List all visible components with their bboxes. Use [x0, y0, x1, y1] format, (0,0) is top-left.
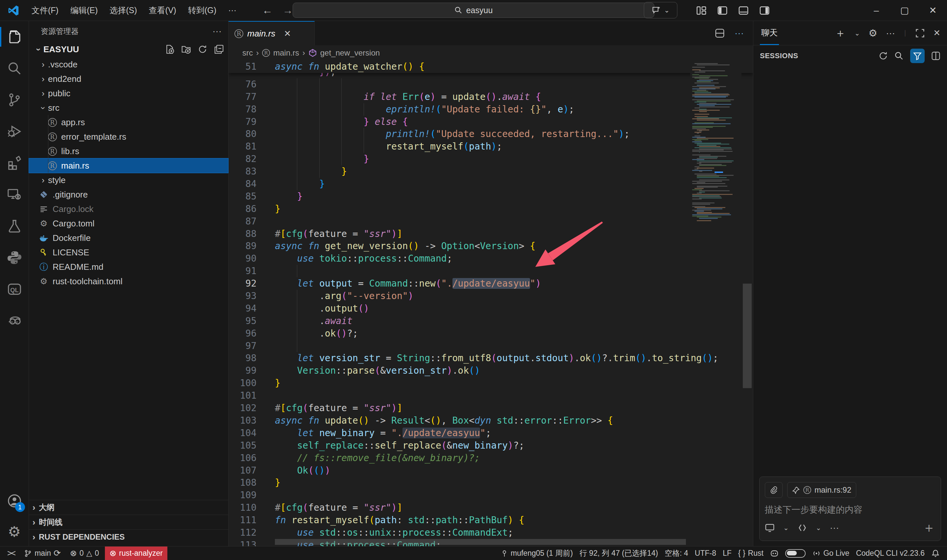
tree-item-README-md[interactable]: ⓘREADME.md [29, 260, 228, 274]
menu-5[interactable]: ··· [222, 3, 242, 17]
cursor-position-item[interactable]: 行 92, 列 47 (已选择14) [576, 546, 661, 560]
activity-crates-icon[interactable] [0, 305, 29, 337]
tree-item--vscode[interactable]: ›.vscode [29, 57, 228, 72]
minimap[interactable] [690, 60, 742, 225]
tree-item-main-rs[interactable]: Rmain.rs [29, 158, 228, 173]
minimize-button[interactable]: – [862, 0, 890, 21]
activity-codeql-icon[interactable]: QL [0, 274, 29, 305]
tree-item--gitignore[interactable]: .gitignore [29, 187, 228, 202]
tree-item-Dockerfile[interactable]: Dockerfile [29, 231, 228, 245]
customize-layout-icon[interactable] [696, 6, 706, 15]
chat-input-box[interactable]: R main.rs:92 描述下一步要构建的内容 ⌄ ⌄ ··· ＋ [759, 477, 941, 541]
command-center-search[interactable]: easyuu [293, 3, 654, 18]
timeline-section[interactable]: ›时间线 [29, 515, 228, 529]
rust-dependencies-section[interactable]: ›RUST DEPENDENCIES [29, 529, 228, 544]
activity-explorer-icon[interactable] [0, 21, 29, 52]
menu-4[interactable]: 转到(G) [182, 3, 222, 17]
attach-button[interactable] [765, 482, 782, 498]
tree-item-error-template-rs[interactable]: Rerror_template.rs [29, 129, 228, 144]
activity-remote-explorer-icon[interactable] [0, 179, 29, 210]
tree-item-app-rs[interactable]: Rapp.rs [29, 115, 228, 129]
activity-extensions-icon[interactable] [0, 147, 29, 179]
activity-run-debug-icon[interactable] [0, 116, 29, 147]
toggle-secondary-sidebar-icon[interactable] [759, 6, 770, 15]
back-arrow-icon[interactable]: ← [262, 4, 273, 17]
copilot-toggle[interactable] [782, 546, 809, 560]
vertical-scrollbar[interactable] [743, 284, 752, 388]
split-editor-icon[interactable] [715, 28, 725, 38]
close-panel-icon[interactable]: ✕ [933, 28, 941, 38]
outline-section[interactable]: ›大纲 [29, 500, 228, 515]
activity-search-icon[interactable] [0, 52, 29, 84]
git-blame-item[interactable]: mufeng05 (1 周前) [497, 546, 576, 560]
tree-item-rust-toolchain-toml[interactable]: ⚙rust-toolchain.toml [29, 274, 228, 289]
language-mode-item[interactable]: { }Rust [735, 546, 767, 560]
chevron-down-icon[interactable]: ⌄ [855, 29, 860, 37]
go-live-item[interactable]: Go Live [809, 546, 853, 560]
new-file-icon[interactable] [165, 45, 174, 54]
copilot-status-item[interactable] [767, 546, 782, 560]
context-chip-main-rs-92[interactable]: R main.rs:92 [787, 482, 856, 498]
chat-more-icon[interactable]: ··· [886, 28, 895, 38]
refresh-icon[interactable] [879, 51, 888, 60]
menu-2[interactable]: 选择(S) [103, 3, 143, 17]
tree-item-Cargo-lock[interactable]: Cargo.lock [29, 202, 228, 216]
activity-testing-icon[interactable] [0, 210, 29, 242]
tree-item-end2end[interactable]: ›end2end [29, 72, 228, 86]
menu-1[interactable]: 编辑(E) [65, 3, 103, 17]
indentation-item[interactable]: 空格: 4 [661, 546, 691, 560]
refresh-icon[interactable] [198, 45, 207, 54]
expand-icon[interactable] [915, 29, 925, 38]
tree-item-src[interactable]: ›src [29, 100, 228, 115]
codeql-cli-item[interactable]: CodeQL CLI v2.23.6 [853, 546, 928, 560]
toggle-panel-icon[interactable] [739, 6, 748, 15]
sidebar-more-icon[interactable]: ··· [212, 26, 222, 37]
project-section-header[interactable]: › EASYUU [29, 42, 228, 57]
chat-settings-gear-icon[interactable]: ⚙ [868, 27, 877, 39]
send-button[interactable]: ＋ [922, 518, 936, 537]
horizontal-scrollbar[interactable] [275, 539, 686, 545]
chat-tab[interactable]: 聊天 [760, 22, 779, 45]
tree-item-lib-rs[interactable]: Rlib.rs [29, 144, 228, 158]
breadcrumb-symbol[interactable]: get_new_version [320, 48, 380, 57]
maximize-button[interactable]: ▢ [890, 0, 919, 21]
split-view-icon[interactable] [931, 51, 941, 60]
breadcrumb-file[interactable]: main.rs [273, 48, 299, 57]
collapse-all-icon[interactable] [214, 45, 223, 54]
tree-item-Cargo-toml[interactable]: ⚙Cargo.toml [29, 216, 228, 231]
account-icon[interactable]: 1 [0, 485, 29, 517]
breadcrumbs[interactable]: src › R main.rs › get_new_version [228, 45, 753, 60]
problems-item[interactable]: ⊗0 △0 [67, 546, 102, 560]
new-chat-icon[interactable]: ＋ [835, 26, 846, 41]
close-tab-icon[interactable]: ✕ [284, 29, 291, 39]
settings-gear-icon[interactable]: ⚙ [0, 517, 29, 546]
chevron-down-icon[interactable]: ⌄ [783, 524, 789, 532]
remote-indicator[interactable]: >< [4, 546, 18, 560]
tree-item-public[interactable]: ›public [29, 86, 228, 100]
new-folder-icon[interactable] [182, 45, 191, 54]
breadcrumb-src[interactable]: src [242, 48, 253, 57]
chevron-down-icon[interactable]: ⌄ [816, 524, 821, 532]
git-branch-item[interactable]: main ⟳ [21, 546, 64, 560]
search-icon[interactable] [895, 51, 904, 60]
agent-mode-icon[interactable] [765, 523, 775, 533]
tab-main-rs[interactable]: R main.rs ✕ [228, 21, 315, 45]
sticky-scroll-line[interactable]: 51async fn update_watcher() { [228, 60, 753, 73]
copilot-button[interactable]: ⌄ [644, 2, 678, 18]
model-picker-icon[interactable] [798, 523, 807, 533]
forward-arrow-icon[interactable]: → [282, 4, 293, 17]
editor-more-icon[interactable]: ··· [735, 28, 744, 38]
tree-item-style[interactable]: ›style [29, 173, 228, 187]
tree-item-LICENSE[interactable]: LICENSE [29, 245, 228, 260]
code-editor[interactable]: 51async fn update_watcher() { }); 7677if… [228, 60, 753, 546]
activity-python-icon[interactable] [0, 242, 29, 274]
encoding-item[interactable]: UTF-8 [691, 546, 719, 560]
eol-item[interactable]: LF [719, 546, 735, 560]
chat-more-icon[interactable]: ··· [830, 523, 839, 533]
menu-3[interactable]: 查看(V) [143, 3, 182, 17]
rust-analyzer-error-item[interactable]: ⊗ rust-analyzer [105, 546, 167, 560]
activity-source-control-icon[interactable] [0, 84, 29, 116]
close-button[interactable]: ✕ [919, 0, 947, 21]
notifications-bell[interactable] [928, 546, 943, 560]
filter-icon[interactable] [910, 49, 925, 63]
